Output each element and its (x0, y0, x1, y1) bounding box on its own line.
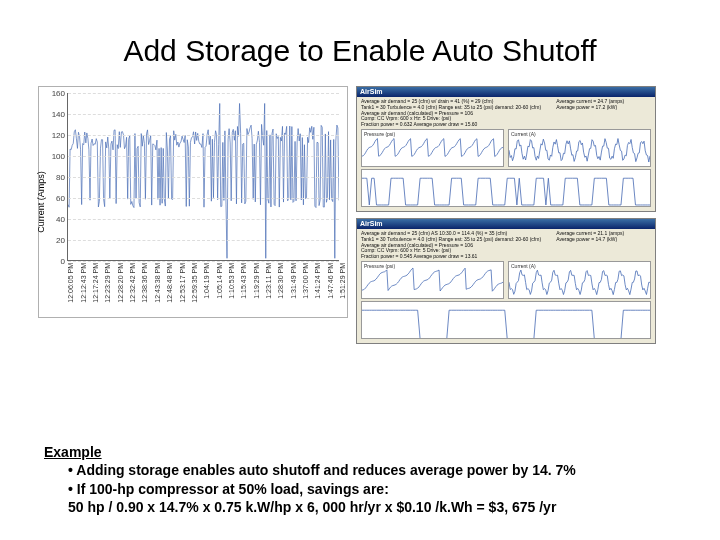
x-tick: 1:10:53 PM (228, 263, 235, 299)
y-axis-label: Current (Amps) (36, 171, 46, 233)
bottom-subchart (361, 301, 651, 339)
y-tick: 0 (61, 257, 65, 266)
current-timeseries-chart: Current (Amps) 020406080100120140160 12:… (38, 86, 348, 318)
bottom-subchart (361, 169, 651, 207)
x-tick: 12:38:36 PM (141, 263, 148, 303)
x-axis-ticks: 12:06:05 PM12:12:43 PM12:17:24 PM12:23:2… (67, 263, 339, 315)
x-tick: 1:31:49 PM (290, 263, 297, 299)
y-tick: 100 (52, 152, 65, 161)
x-tick: 1:41:24 PM (314, 263, 321, 299)
x-tick: 12:59:35 PM (191, 263, 198, 303)
x-tick: 12:32:42 PM (129, 263, 136, 303)
y-tick: 20 (56, 236, 65, 245)
y-tick: 140 (52, 110, 65, 119)
y-tick: 40 (56, 215, 65, 224)
x-tick: 12:53:17 PM (178, 263, 185, 303)
y-tick: 80 (56, 173, 65, 182)
left-column: Current (Amps) 020406080100120140160 12:… (38, 86, 348, 344)
panel-meta: Average air demand = 25 (cfm) AS 10:30.0… (357, 229, 655, 261)
x-tick: 1:28:30 PM (277, 263, 284, 299)
x-tick: 12:48:48 PM (166, 263, 173, 303)
right-column: AirSim Average air demand = 25 (cfm) w/ … (356, 86, 656, 344)
pressure-subchart: Pressure (psi) (361, 129, 504, 167)
x-tick: 12:28:20 PM (116, 263, 123, 303)
panel-meta: Average air demand = 25 (cfm) w/ drain =… (357, 97, 655, 129)
y-tick: 120 (52, 131, 65, 140)
example-line: • Adding storage enables auto shutoff an… (68, 461, 576, 479)
pressure-subchart: Pressure (psi) (361, 261, 504, 299)
x-tick: 1:37:00 PM (302, 263, 309, 299)
x-tick: 12:43:38 PM (154, 263, 161, 303)
x-tick: 1:05:14 PM (215, 263, 222, 299)
window-titlebar: AirSim (357, 219, 655, 229)
meta-left: Average air demand = 25 (cfm) AS 10:30.0… (361, 231, 550, 260)
x-tick: 1:04:19 PM (203, 263, 210, 299)
x-tick: 1:15:43 PM (240, 263, 247, 299)
meta-right: Average current = 21.1 (amps) Average po… (556, 231, 651, 260)
x-tick: 12:12:43 PM (79, 263, 86, 303)
current-subchart: Current (A) (508, 261, 651, 299)
meta-left: Average air demand = 25 (cfm) w/ drain =… (361, 99, 550, 128)
x-tick: 12:17:24 PM (92, 263, 99, 303)
x-tick: 12:23:29 PM (104, 263, 111, 303)
airsim-panel-2: AirSim Average air demand = 25 (cfm) AS … (356, 218, 656, 344)
window-titlebar: AirSim (357, 87, 655, 97)
example-line: 50 hp / 0.90 x 14.7% x 0.75 k.W/hp x 6, … (68, 498, 576, 516)
content-row: Current (Amps) 020406080100120140160 12:… (0, 86, 720, 344)
x-tick: 1:51:29 PM (339, 263, 346, 299)
x-tick: 12:06:05 PM (67, 263, 74, 303)
example-heading: Example (44, 443, 576, 461)
x-tick: 1:47:46 PM (327, 263, 334, 299)
example-text: Example • Adding storage enables auto sh… (44, 443, 576, 516)
example-line: • If 100-hp compressor at 50% load, savi… (68, 480, 576, 498)
x-tick: 1:23:11 PM (265, 263, 272, 299)
page-title: Add Storage to Enable Auto Shutoff (0, 0, 720, 86)
airsim-panel-1: AirSim Average air demand = 25 (cfm) w/ … (356, 86, 656, 212)
meta-right: Average current = 24.7 (amps) Average po… (556, 99, 651, 128)
plot-area: 020406080100120140160 (67, 93, 339, 261)
y-tick: 160 (52, 89, 65, 98)
y-tick: 60 (56, 194, 65, 203)
current-subchart: Current (A) (508, 129, 651, 167)
x-tick: 1:19:29 PM (252, 263, 259, 299)
